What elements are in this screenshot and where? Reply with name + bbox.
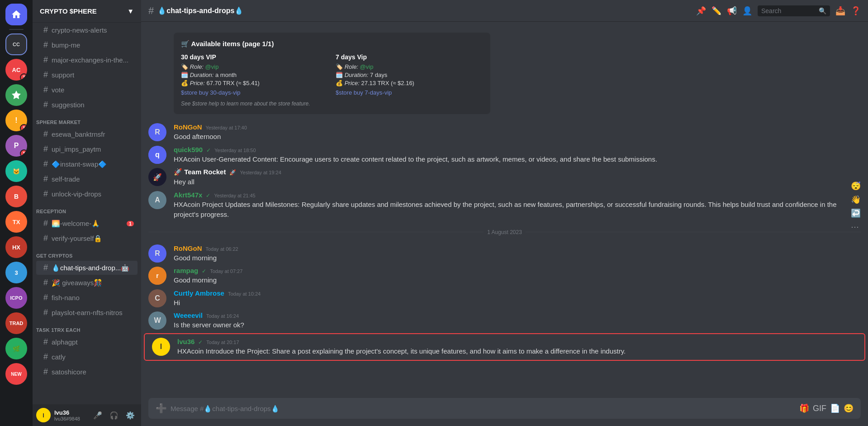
inbox-icon[interactable]: 📥 (835, 6, 845, 16)
channel-item-suggestion[interactable]: # suggestion (36, 98, 138, 112)
reply-icon[interactable]: ↩️ (851, 208, 861, 218)
add-attachment-icon[interactable]: ➕ (156, 403, 167, 414)
message-time: Today at 16:24 (206, 313, 239, 319)
server-icon-3[interactable]: AC 3 (5, 59, 27, 81)
message-body: HXAcoin Introduce the Project: Share a p… (177, 346, 857, 357)
channel-item-esewa[interactable]: # esewa_banktrnsfr (36, 127, 138, 141)
message-text-input[interactable] (171, 405, 796, 412)
message-author[interactable]: Weeeevil (174, 311, 203, 319)
message-content: Curtly Ambrose Today at 10:24 Hi (174, 289, 861, 308)
message-header: lvu36 ✓ Today at 20:17 (177, 338, 857, 345)
message-body: HXAcoin Project Updates and Milestones: … (174, 200, 861, 220)
gift-icon[interactable]: 🎁 (799, 403, 809, 413)
channel-item-vote[interactable]: # vote (36, 83, 138, 97)
server-icon-icpo[interactable]: ICPO (5, 287, 27, 309)
server-icon-trading[interactable]: TRAD (5, 312, 27, 334)
message-row: A Akrt547x ✓ Yesterday at 21:45 HXAcoin … (141, 189, 868, 222)
channel-item-instant-swap[interactable]: # 🔷instant-swap🔷 (36, 157, 138, 171)
settings-button[interactable]: ⚙️ (123, 408, 138, 422)
server-icon-8[interactable]: B (5, 186, 27, 207)
channel-name: esewa_banktrnsfr (52, 130, 134, 138)
gif-icon[interactable]: GIF (813, 404, 826, 413)
channel-item-bump-me[interactable]: # bump-me (36, 38, 138, 52)
svg-text:r: r (156, 272, 159, 279)
svg-text:q: q (155, 151, 160, 158)
channel-item-fish-nano[interactable]: # fish-nano (36, 291, 138, 305)
channel-item-catly[interactable]: # catly (36, 350, 138, 364)
channel-name: 💧chat-tips-and-drop...🤖 (52, 264, 134, 272)
message-author[interactable]: Curtly Ambrose (174, 289, 224, 297)
server-icon-10[interactable]: HX (5, 236, 27, 258)
channel-item-crypto-news[interactable]: # crypto-news-alerts (36, 23, 138, 37)
channel-item-upi[interactable]: # upi_imps_paytm (36, 142, 138, 156)
server-icon-7[interactable]: 🐱 (5, 160, 27, 182)
server-icon-11[interactable]: 3 (5, 262, 27, 283)
store-item-duration: 🗓️ Duration: 7 days (336, 72, 483, 78)
hash-icon: # (43, 293, 48, 302)
announce-icon[interactable]: 📢 (727, 6, 737, 16)
message-author[interactable]: 🚀 Team Rocket (174, 168, 226, 176)
mute-button[interactable]: 🎤 (90, 408, 105, 422)
store-cmd: $store buy 30-days-vip (181, 89, 328, 96)
message-time: Today at 07:27 (210, 268, 242, 274)
help-icon[interactable]: ❓ (851, 6, 861, 16)
search-box[interactable]: 🔍 (758, 5, 830, 16)
channel-item-giveaways[interactable]: # 🎉 giveaways🎊 (36, 276, 138, 290)
more-icon[interactable]: ⋯ (851, 222, 861, 232)
message-author[interactable]: rampag (174, 267, 198, 274)
channel-item-major-exchanges[interactable]: # major-exchanges-in-the... (36, 53, 138, 67)
hash-icon: # (43, 308, 48, 317)
message-row: r rampag ✓ Today at 07:27 Good morning (141, 265, 868, 287)
store-item-duration: 🗓️ Duration: a month (181, 72, 328, 78)
hash-icon: # (43, 367, 48, 377)
message-author[interactable]: RoNGoN (174, 123, 202, 131)
server-header[interactable]: CRYPTO $PHERE ▼ (33, 0, 141, 23)
topbar-channel-name: 💧chat-tips-and-drops💧 (157, 6, 243, 15)
date-divider: 1 August 2023 (141, 222, 868, 243)
channel-name: fish-nano (52, 294, 134, 302)
channel-item-self-trade[interactable]: # self-trade (36, 172, 138, 186)
message-author[interactable]: Akrt547x (174, 191, 202, 199)
channel-item-welcome[interactable]: # 🌅-welcome-🙏 1 (36, 216, 138, 230)
message-author[interactable]: quick590 (174, 146, 203, 153)
emoji-icon[interactable]: 😊 (844, 403, 854, 413)
server-icon-home[interactable] (5, 4, 27, 25)
emoji-reaction-icon[interactable]: 😴 (851, 181, 861, 191)
server-icon-5[interactable]: ! 1 (5, 110, 27, 131)
hash-icon: # (43, 40, 48, 50)
server-icon-4[interactable] (5, 84, 27, 106)
pin-icon[interactable]: 📌 (696, 6, 706, 16)
server-icon-9[interactable]: TX (5, 211, 27, 233)
channel-item-support[interactable]: # support (36, 68, 138, 82)
hash-icon: # (43, 85, 48, 95)
search-input[interactable] (761, 7, 816, 14)
server-icon-6[interactable]: P 1 (5, 135, 27, 157)
edit-icon[interactable]: ✏️ (711, 6, 721, 16)
avatar: W (148, 311, 166, 330)
member-icon[interactable]: 👤 (742, 6, 752, 16)
message-header: Akrt547x ✓ Yesterday at 21:45 (174, 191, 861, 199)
hash-icon: # (43, 263, 48, 273)
user-area-icons: 🎤 🎧 ⚙️ (90, 408, 138, 422)
channel-item-unlock-vip[interactable]: # unlock-vip-drops (36, 187, 138, 201)
channel-item-satoshicore[interactable]: # satoshicore (36, 365, 138, 379)
channel-item-alphagpt[interactable]: # alphagpt (36, 335, 138, 349)
hash-icon: # (43, 278, 48, 287)
message-author[interactable]: RoNGoN (174, 244, 202, 252)
channel-name: upi_imps_paytm (52, 145, 134, 153)
server-icon-green[interactable]: 🌿 (5, 338, 27, 359)
sticker-icon[interactable]: 📄 (830, 403, 840, 413)
channel-item-chat-tips[interactable]: # 💧chat-tips-and-drop...🤖 (36, 261, 138, 275)
channel-name: alphagpt (52, 338, 134, 346)
server-icon-cryptosphere[interactable]: CC (5, 34, 27, 55)
channel-item-verify[interactable]: # verify-yourself🔒 (36, 231, 138, 245)
wave-icon[interactable]: 👋 (851, 195, 861, 205)
store-item-role: 🏷️ Role: @vip (181, 63, 328, 70)
server-icon-new[interactable]: NEW (5, 363, 27, 385)
channel-item-playslot[interactable]: # playslot-earn-nfts-nitros (36, 306, 138, 320)
channel-name: 🔷instant-swap🔷 (52, 160, 134, 168)
deafen-button[interactable]: 🎧 (107, 408, 121, 422)
message-author[interactable]: lvu36 (177, 338, 194, 345)
hash-icon: # (43, 100, 48, 110)
rocket-icon: 🚀 (229, 169, 236, 176)
